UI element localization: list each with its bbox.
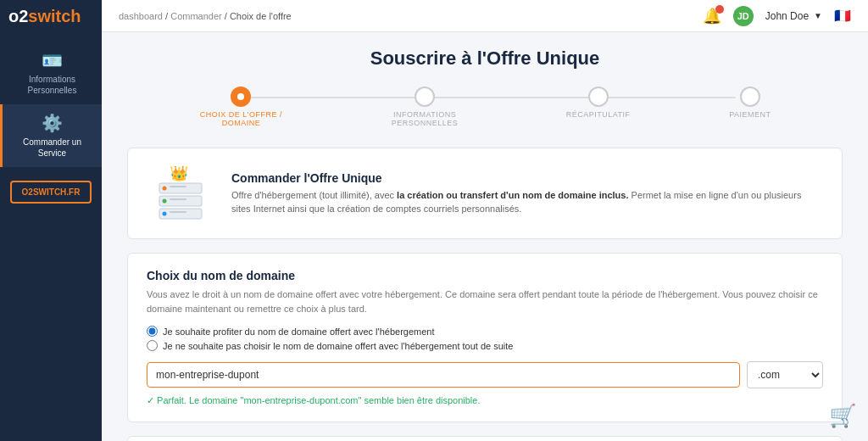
svg-text:👑: 👑: [170, 166, 189, 182]
user-name: John Doe: [765, 10, 809, 22]
step-circle-1: [231, 87, 251, 107]
step-2: INFORMATIONS PERSONNELLES: [382, 87, 467, 127]
offer-description: Offre d'hébergement (tout illimité), ave…: [231, 188, 823, 216]
step-items: CHOIX DE L'OFFRE / DOMAINE INFORMATIONS …: [198, 87, 771, 127]
page-title: Souscrire à l'Offre Unique: [127, 47, 843, 70]
sidebar: o2switch 🪪 Informations Personnelles ⚙️ …: [0, 0, 102, 441]
svg-rect-6: [170, 198, 186, 200]
language-flag[interactable]: 🇫🇷: [834, 8, 851, 24]
sidebar-item-info-perso[interactable]: 🪪 Informations Personnelles: [0, 42, 102, 104]
sidebar-site-link[interactable]: O2SWITCH.FR: [10, 181, 92, 204]
svg-rect-3: [170, 186, 186, 187]
offer-image: 👑: [147, 164, 214, 223]
radio-input-1[interactable]: [147, 326, 158, 337]
notification-badge: [715, 5, 724, 14]
gear-icon: ⚙️: [42, 113, 63, 133]
offer-title: Commander l'Offre Unique: [231, 171, 823, 185]
sidebar-item-label-commander: Commander un Service: [9, 137, 95, 159]
topbar: dashboard / Commander / Choix de l'offre…: [102, 0, 868, 32]
svg-rect-9: [170, 211, 186, 213]
sidebar-nav: 🪪 Informations Personnelles ⚙️ Commander…: [0, 42, 102, 167]
domain-availability-message: Parfait. Le domaine "mon-entreprise-dupo…: [147, 395, 823, 406]
svg-point-2: [163, 186, 167, 190]
avatar-initials: JD: [737, 11, 749, 21]
logo-o2: o2: [8, 7, 28, 25]
cart-icon[interactable]: 🛒: [829, 403, 856, 429]
topbar-right: 🔔 JD John Doe ▼ 🇫🇷: [703, 6, 851, 26]
step-circle-3: [588, 87, 609, 107]
step-label-4: PAIEMENT: [729, 110, 771, 119]
step-3: RÉCAPITULATIF: [566, 87, 631, 127]
avatar: JD: [733, 6, 754, 26]
breadcrumb-current: Choix de l'offre: [230, 11, 292, 21]
domain-input[interactable]: [147, 362, 740, 388]
step-label-1: CHOIX DE L'OFFRE / DOMAINE: [198, 110, 283, 127]
sidebar-item-commander[interactable]: ⚙️ Commander un Service: [0, 104, 102, 167]
main-content: dashboard / Commander / Choix de l'offre…: [102, 0, 868, 441]
radio-label-2: Je ne souhaite pas choisir le nom de dom…: [163, 341, 513, 351]
step-4: PAIEMENT: [729, 87, 771, 127]
svg-point-5: [163, 198, 167, 203]
stepper: CHOIX DE L'OFFRE / DOMAINE INFORMATIONS …: [127, 87, 843, 127]
domain-section-title: Choix du nom de domaine: [147, 269, 823, 282]
id-card-icon: 🪪: [42, 50, 63, 70]
radio-label-1: Je souhaite profiter du nom de domaine o…: [163, 327, 434, 337]
step-1: CHOIX DE L'OFFRE / DOMAINE: [198, 87, 283, 127]
breadcrumb-commander[interactable]: Commander: [170, 11, 222, 21]
server-illustration-icon: 👑: [151, 166, 210, 221]
notification-bell[interactable]: 🔔: [703, 7, 721, 25]
chevron-down-icon: ▼: [814, 11, 822, 20]
step-label-3: RÉCAPITULATIF: [566, 110, 631, 119]
user-menu[interactable]: John Doe ▼: [765, 10, 822, 22]
offer-card: 👑 Commander l'Offre Unique Offre d'hébe: [127, 148, 843, 239]
sidebar-logo: o2switch: [0, 0, 102, 33]
step-label-2: INFORMATIONS PERSONNELLES: [382, 110, 467, 127]
radio-group: Je souhaite profiter du nom de domaine o…: [147, 326, 823, 351]
breadcrumb: dashboard / Commander / Choix de l'offre: [119, 11, 292, 21]
page-content: Souscrire à l'Offre Unique CHOIX DE L'OF…: [102, 32, 868, 441]
offer-text: Commander l'Offre Unique Offre d'héberge…: [231, 171, 823, 216]
radio-option-1[interactable]: Je souhaite profiter du nom de domaine o…: [147, 326, 823, 337]
radio-option-2[interactable]: Je ne souhaite pas choisir le nom de dom…: [147, 340, 823, 351]
domain-card: Choix du nom de domaine Vous avez le dro…: [127, 253, 843, 422]
domain-section-desc: Vous avez le droit à un nom de domaine o…: [147, 287, 823, 315]
tld-select[interactable]: .com .fr .net .org .eu: [747, 361, 823, 388]
period-card: Choix de la période pour la première fac…: [127, 436, 843, 441]
svg-point-8: [163, 211, 167, 215]
step-circle-2: [415, 87, 435, 107]
breadcrumb-dashboard[interactable]: dashboard: [119, 11, 163, 21]
step-circle-4: [740, 87, 760, 107]
sidebar-item-label-info: Informations Personnelles: [9, 74, 95, 96]
logo-sw: switch: [28, 7, 81, 25]
domain-input-row: .com .fr .net .org .eu: [147, 361, 823, 388]
radio-input-2[interactable]: [147, 340, 158, 351]
